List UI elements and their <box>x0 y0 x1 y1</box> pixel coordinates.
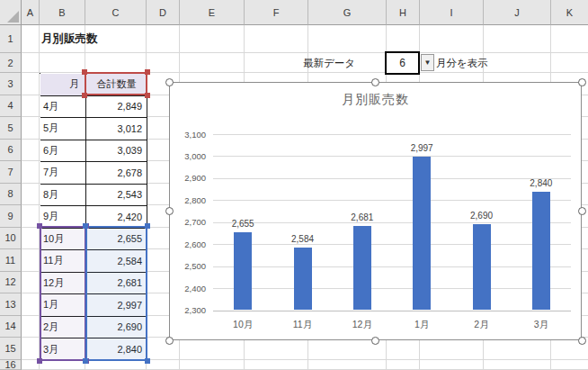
table-cell-month[interactable]: 8月 <box>40 185 86 207</box>
y-axis-tick-label: 2,600 <box>170 239 206 249</box>
category-range-handle[interactable] <box>37 223 42 229</box>
chart-title: 月別販売数 <box>170 92 581 108</box>
row-header-7[interactable]: 7 <box>0 161 22 184</box>
x-axis-category-label: 1月 <box>395 319 449 331</box>
row-header-12[interactable]: 12 <box>0 272 22 294</box>
values-range-handle[interactable] <box>83 223 88 229</box>
values-range-handle[interactable] <box>83 358 88 364</box>
chart-gridline <box>213 200 571 201</box>
x-axis-category-label: 11月 <box>276 319 330 331</box>
dropdown-button[interactable]: ▼ <box>421 54 434 71</box>
table-cell-qty[interactable]: 2,420 <box>86 206 147 229</box>
months-suffix-label[interactable]: 月分を表示 <box>436 53 517 73</box>
values-range-handle[interactable] <box>145 223 150 229</box>
column-header-J[interactable]: J <box>484 0 551 25</box>
row-header-3[interactable]: 3 <box>0 73 22 95</box>
column-header-G[interactable]: G <box>308 0 387 25</box>
category-range-handle[interactable] <box>37 358 42 364</box>
row-header-5[interactable]: 5 <box>0 117 22 140</box>
row-header-14[interactable]: 14 <box>0 316 22 338</box>
table-cell-month[interactable]: 5月 <box>40 118 86 140</box>
table-cell-month[interactable]: 9月 <box>40 206 86 229</box>
x-axis-category-label: 2月 <box>455 319 509 331</box>
chart-gridline <box>213 244 571 245</box>
chart-resize-handle[interactable] <box>578 337 586 345</box>
y-axis-tick-label: 2,300 <box>170 305 206 315</box>
x-axis-category-label: 12月 <box>335 319 389 331</box>
bar-2月[interactable] <box>473 224 491 310</box>
row-header-4[interactable]: 4 <box>0 95 22 118</box>
chart-resize-handle[interactable] <box>165 207 174 215</box>
data-label: 2,997 <box>399 143 444 153</box>
x-axis-category-label: 3月 <box>514 319 568 331</box>
chart-resize-handle[interactable] <box>371 337 379 345</box>
sheet-title-cell[interactable]: 月別販売数 <box>41 25 185 53</box>
column-header-D[interactable]: D <box>147 0 180 25</box>
months-count-value: 6 <box>399 57 405 69</box>
table-cell-qty[interactable]: 3,039 <box>86 140 147 163</box>
row-header-6[interactable]: 6 <box>0 140 22 162</box>
series-name-range-handle[interactable] <box>145 93 150 98</box>
bar-11月[interactable] <box>294 248 312 310</box>
row-header-1[interactable]: 1 <box>0 25 22 53</box>
table-cell-qty[interactable]: 2,849 <box>86 96 147 119</box>
bar-3月[interactable] <box>532 192 550 311</box>
row-header-16[interactable]: 16 <box>0 360 22 370</box>
series-name-range-handle[interactable] <box>145 69 150 75</box>
column-header-E[interactable]: E <box>180 0 245 25</box>
values-range-handle[interactable] <box>145 358 150 364</box>
y-axis-tick-label: 2,800 <box>170 195 206 205</box>
series-name-range[interactable] <box>85 72 147 95</box>
months-count-cell[interactable]: 6 <box>385 51 420 75</box>
column-header-F[interactable]: F <box>245 0 308 25</box>
table-cell-qty[interactable]: 2,543 <box>86 185 147 207</box>
data-label: 2,690 <box>459 211 504 221</box>
row-header-10[interactable]: 10 <box>0 228 22 250</box>
data-label: 2,655 <box>220 219 265 229</box>
data-label: 2,584 <box>281 234 325 244</box>
chart-gridline <box>213 156 571 157</box>
row-header-11[interactable]: 11 <box>0 249 22 272</box>
latest-data-label[interactable]: 最新データ <box>303 53 384 73</box>
row-header-13[interactable]: 13 <box>0 293 22 316</box>
bar-10月[interactable] <box>234 232 252 311</box>
y-axis-tick-label: 2,900 <box>170 173 206 183</box>
y-axis-tick-label: 2,500 <box>170 261 206 271</box>
column-header-I[interactable]: I <box>420 0 484 25</box>
bar-1月[interactable] <box>413 157 431 310</box>
chevron-down-icon: ▼ <box>424 59 432 67</box>
table-cell-month[interactable]: 7月 <box>40 162 86 185</box>
chart-resize-handle[interactable] <box>578 207 586 215</box>
column-header-C[interactable]: C <box>85 0 147 25</box>
data-table: 月合計数量4月2,8495月3,0126月3,0397月2,6788月2,543… <box>40 73 40 74</box>
chart-resize-handle[interactable] <box>165 337 174 345</box>
row-header-9[interactable]: 9 <box>0 205 22 228</box>
table-cell-month[interactable]: 6月 <box>40 140 86 163</box>
table-cell-qty[interactable]: 2,678 <box>86 162 147 185</box>
category-range[interactable] <box>40 226 86 361</box>
table-cell-qty[interactable]: 3,012 <box>86 118 147 140</box>
row-header-8[interactable]: 8 <box>0 184 22 206</box>
column-header-H[interactable]: H <box>387 0 420 25</box>
chart-gridline <box>213 222 571 223</box>
sales-chart[interactable]: 月別販売数 2,3002,4002,5002,6002,7002,8002,90… <box>169 82 582 340</box>
column-header-A[interactable]: A <box>22 0 40 25</box>
y-axis-tick-label: 2,700 <box>170 217 206 227</box>
series-name-range-handle[interactable] <box>82 69 87 75</box>
table-cell-month[interactable]: 4月 <box>40 96 86 119</box>
values-range[interactable] <box>85 226 147 361</box>
chart-resize-handle[interactable] <box>371 78 379 86</box>
bar-12月[interactable] <box>353 226 371 310</box>
y-axis-tick-label: 3,000 <box>170 151 206 161</box>
table-header-month[interactable]: 月 <box>40 74 86 96</box>
y-axis-tick-label: 2,400 <box>170 284 206 293</box>
column-header-B[interactable]: B <box>40 0 85 25</box>
column-header-K[interactable]: K <box>551 0 588 25</box>
row-header-2[interactable]: 2 <box>0 53 22 73</box>
select-all-corner[interactable] <box>0 0 22 25</box>
series-name-range-handle[interactable] <box>82 93 87 98</box>
x-axis-line <box>213 311 571 311</box>
chart-resize-handle[interactable] <box>578 78 586 86</box>
chart-resize-handle[interactable] <box>165 78 174 86</box>
row-header-15[interactable]: 15 <box>0 338 22 360</box>
